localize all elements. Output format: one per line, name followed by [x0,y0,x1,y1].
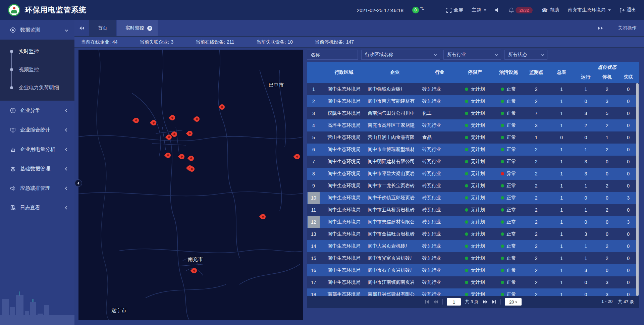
stop-status-dot-icon [465,184,468,187]
tabs-scroll-left-icon[interactable] [74,20,89,36]
map-pin-icon[interactable] [150,119,158,127]
table-row[interactable]: 12 阆中生态环境局 阆中市忠信建材有限公 砖瓦行业 无计划 正常 2 1 0 … [307,216,639,228]
table-row[interactable]: 4 高坪生态环境局 南充市高坪区王家店建 砖瓦行业 无计划 正常 3 1 2 2… [307,119,639,131]
cell-treatment-label: 正常 [506,255,516,261]
cell-run: 1 [575,183,597,188]
map-pin-icon[interactable] [178,153,186,160]
sidebar-item-realtime-monitor[interactable]: 实时监控 [0,42,74,60]
map-pin-icon[interactable] [132,117,140,124]
cell-industry: 砖瓦行业 [422,255,457,261]
timeline-dot-icon [10,86,13,89]
map-pin-icon[interactable] [187,155,195,162]
sidebar-item-base-data[interactable]: 基础数据管理 [0,159,74,178]
table-row[interactable]: 6 阆中生态环境局 阆中市金博瑞新型墙材 砖瓦行业 无计划 正常 2 1 1 2… [307,144,639,156]
menu-emergency-icon [10,185,16,191]
map-pin-icon[interactable] [164,151,172,159]
map-pin-icon[interactable] [293,153,301,160]
table-row[interactable]: 9 阆中生态环境局 阆中市二龙长宝页岩砖 砖瓦行业 无计划 正常 2 1 1 2… [307,180,639,192]
map-pin-icon[interactable] [186,130,194,138]
industry-filter-select[interactable]: 所有行业 [443,50,501,60]
cell-region: 仪陇生态环境局 [320,110,368,116]
map-pin-icon[interactable] [218,103,226,111]
table-row[interactable]: 2 阆中生态环境局 阆中市南方节能建材有 砖瓦行业 无计划 正常 2 1 0 3… [307,95,639,107]
cell-company: 阆中市忠信建材有限公 [368,219,422,225]
table-row[interactable]: 7 阆中生态环境局 阆中明阳建材有限公司 砖瓦行业 无计划 正常 2 1 3 0… [307,156,639,168]
table-row[interactable]: 10 阆中生态环境局 阆中千佛镇五郎垭页岩 砖瓦行业 无计划 正常 2 1 0 … [307,192,639,204]
sidebar-item-company-statistics[interactable]: 企业综合统计 [0,120,74,140]
temperature: 0 ℃ [412,7,424,13]
cell-industry: 食品 [422,134,457,141]
map-panel[interactable]: 巴中市南充市遂宁市 [78,50,303,320]
close-operations-button[interactable]: 关闭操作 [618,20,637,36]
stop-status-dot-icon [465,88,468,91]
table-row[interactable]: 8 阆中生态环境局 阆中市枣碧大梁山页岩 砖瓦行业 无计划 异常 2 1 3 0… [307,168,639,180]
table-row[interactable]: 3 仪陇生态环境局 西南油气田分公司川中 化工 无计划 正常 7 1 3 5 0 [307,107,639,119]
speaker-button[interactable] [495,8,500,12]
sidebar-item-power-load-detail[interactable]: 企业电力负荷明细 [0,78,74,97]
sidebar-item-power-analysis[interactable]: 企业用电量分析 [0,140,74,159]
map-pin-icon[interactable] [259,213,267,221]
cell-meters: 1 [548,147,575,152]
fullscreen-button[interactable]: 全屏 [446,7,463,13]
cell-treatment-label: 正常 [506,134,516,141]
treatment-status-dot-icon [501,281,504,284]
cell-industry: 砖瓦行业 [422,207,457,213]
table-row[interactable]: 14 阆中生态环境局 阆中大兴页岩机砖厂 砖瓦行业 无计划 正常 2 1 1 2… [307,240,639,252]
page-size-select[interactable]: 20 [505,298,522,306]
org-selector[interactable]: 南充市生态环境局 [568,7,611,13]
theme-button[interactable]: 主题 [472,7,486,13]
table-panel: 行政区域名称 所有行业 所有状态 [307,50,639,320]
table-row[interactable]: 17 阆中生态环境局 阆中市江南镇阆南页岩 砖瓦行业 无计划 正常 2 1 0 … [307,276,639,288]
sidebar-item-label: 日志查看 [20,205,40,211]
map-city-label: 巴中市 [269,82,284,88]
table-body: 1 阆中生态环境局 阆中强锐页岩砖厂 砖瓦行业 无计划 正常 2 1 1 2 0… [307,83,639,296]
tab-home[interactable]: 首页 [89,20,116,36]
pager-next-button[interactable] [483,300,488,304]
page-number-input[interactable] [447,298,461,306]
table-row[interactable]: 13 阆中生态环境局 阆中市金福旺页岩机砖 砖瓦行业 无计划 正常 2 1 3 … [307,228,639,240]
notification[interactable]: 2632 [509,7,533,13]
cell-industry: 砖瓦行业 [422,159,457,165]
tab-realtime-monitor[interactable]: 实时监控 [117,20,158,36]
sidebar-item-video-monitor[interactable]: 视频监控 [0,60,74,78]
stop-status-dot-icon [465,148,468,151]
sidebar-item-log-view[interactable]: 日志查看 [0,198,74,217]
pager-first-button[interactable] [425,300,429,304]
name-filter-input[interactable] [307,50,358,60]
map-pin-icon[interactable] [193,115,201,123]
cell-region: 阆中生态环境局 [320,243,368,249]
region-filter-select[interactable]: 行政区域名称 [361,50,440,60]
table-row[interactable]: 11 阆中生态环境局 阆中市五马桥页岩机砖 砖瓦行业 无计划 正常 2 1 1 … [307,204,639,216]
sidebar-item-data-monitor[interactable]: 数据监测 [0,20,74,40]
map-pin-icon[interactable] [191,267,198,274]
cell-region: 阆中生态环境局 [320,231,368,237]
sidebar-item-company-abnormal[interactable]: 企业异常 [0,101,74,120]
page-size-caret-icon [516,301,518,303]
help-button[interactable]: ☎ 帮助 [541,7,559,13]
logout-button[interactable]: 退出 [620,7,636,13]
cell-points: 2 [524,256,548,261]
table-row[interactable]: 16 阆中生态环境局 阆中市石子页岩机砖厂 砖瓦行业 无计划 正常 2 1 3 … [307,264,639,276]
status-filter-select[interactable]: 所有状态 [504,50,547,60]
table-scrollbar[interactable] [636,83,639,296]
map-pin-icon[interactable] [169,114,176,121]
pager-prev-button[interactable] [433,300,438,304]
collapse-map-button[interactable] [75,179,82,187]
tab-label: 实时监控 [125,25,144,31]
tab-close-icon[interactable] [147,26,152,31]
cell-points: 2 [524,171,548,176]
table-row[interactable]: 15 阆中生态环境局 阆中市光富页岩机砖厂 砖瓦行业 无计划 正常 2 1 1 … [307,252,639,264]
col-header-run: 运行 [575,71,597,83]
pager-divider [500,299,501,305]
table-row[interactable]: 5 营山生态环境局 营山县润丰肉食品有限 食品 无计划 正常 1 0 0 1 0 [307,131,639,144]
cell-stopped: 2 [597,147,617,152]
row-number: 7 [308,156,320,168]
cell-region: 高坪生态环境局 [320,122,368,128]
tabs-scroll-right-icon[interactable] [593,20,608,36]
cell-stop-label: 无计划 [471,195,485,201]
cell-treatment-label: 正常 [506,219,516,225]
sidebar-item-emergency-reduction[interactable]: 应急减排管理 [0,178,74,198]
table-row[interactable]: 1 阆中生态环境局 阆中强锐页岩砖厂 砖瓦行业 无计划 正常 2 1 1 2 0 [307,83,639,95]
pager-last-button[interactable] [492,300,496,304]
table-row[interactable]: 18 南部生态环境局 南部县兴华建材有限公 砖瓦行业 无计划 正常 2 1 0 … [307,288,639,296]
